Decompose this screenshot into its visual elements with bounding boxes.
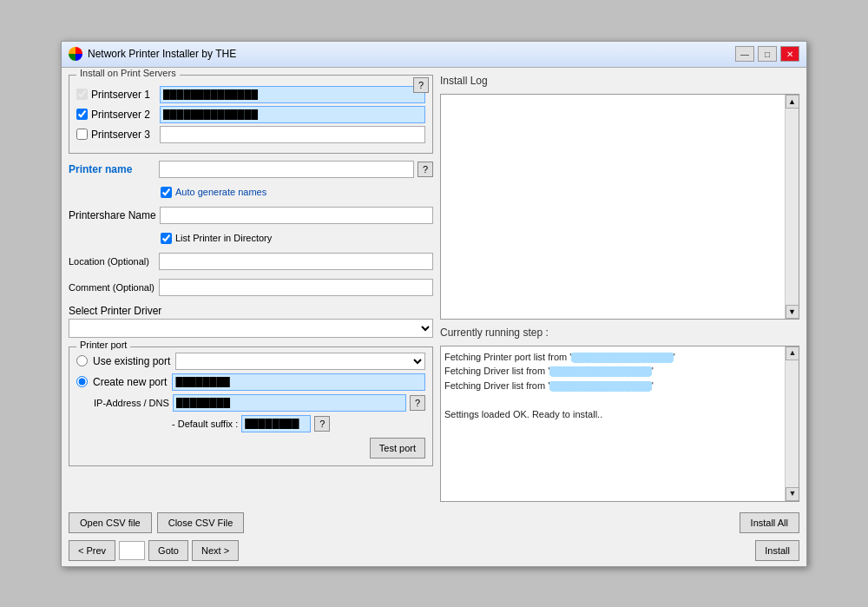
- driver-label: Select Printer Driver: [69, 305, 433, 317]
- test-port-button[interactable]: Test port: [370, 438, 425, 459]
- ip-input[interactable]: [173, 394, 406, 412]
- log-scroll-down[interactable]: ▼: [786, 305, 799, 319]
- use-existing-label: Use existing port: [93, 355, 170, 367]
- step-scroll-up[interactable]: ▲: [786, 346, 799, 360]
- goto-button[interactable]: Goto: [148, 540, 188, 561]
- left-panel: Install on Print Servers ? Printserver 1: [69, 75, 433, 502]
- suffix-prefix-label: - Default suffix :: [172, 419, 238, 429]
- server-row-2: Printserver 2: [76, 106, 425, 123]
- print-servers-help-button[interactable]: ?: [413, 77, 429, 93]
- content-area: Install on Print Servers ? Printserver 1: [62, 68, 806, 509]
- list-printer-label: List Printer in Directory: [175, 233, 272, 243]
- log-scroll-up[interactable]: ▲: [786, 95, 799, 109]
- step-log-area: Fetching Printer port list from '███████…: [440, 346, 799, 502]
- server1-checkbox: [76, 89, 88, 100]
- print-servers-group: Install on Print Servers ? Printserver 1: [69, 75, 433, 154]
- install-log-area: ▲ ▼: [440, 94, 799, 320]
- printer-name-help-button[interactable]: ?: [418, 162, 433, 177]
- port-group-label: Printer port: [76, 340, 130, 350]
- install-button[interactable]: Install: [755, 540, 799, 561]
- server2-label: Printserver 2: [76, 109, 155, 121]
- printershare-input[interactable]: [160, 207, 433, 224]
- ip-row: IP-Address / DNS ?: [94, 394, 425, 412]
- step-log-content: Fetching Printer port list from '███████…: [444, 350, 795, 422]
- goto-input[interactable]: [119, 541, 145, 560]
- step-line-5: Settings loaded OK. Ready to install..: [444, 407, 779, 422]
- new-port-input[interactable]: [172, 373, 425, 391]
- main-window: Network Printer Installer by THE — □ ✕ I…: [61, 41, 807, 567]
- create-new-row: Create new port: [76, 373, 425, 391]
- close-button[interactable]: ✕: [780, 46, 799, 62]
- window-title: Network Printer Installer by THE: [88, 48, 735, 60]
- server2-input[interactable]: [160, 106, 425, 123]
- window-controls: — □ ✕: [735, 46, 799, 62]
- currently-running-label: Currently running step :: [440, 325, 799, 340]
- use-existing-radio[interactable]: [76, 355, 88, 366]
- printershare-row: Printershare Name: [69, 207, 433, 224]
- server3-input[interactable]: [160, 126, 425, 143]
- server-row-3: Printserver 3: [76, 126, 425, 143]
- server3-checkbox[interactable]: [76, 129, 88, 140]
- prev-button[interactable]: < Prev: [69, 540, 115, 561]
- printer-name-row: Printer name ?: [69, 161, 433, 178]
- create-new-label: Create new port: [93, 376, 167, 388]
- step-log-scrollbar[interactable]: ▲ ▼: [785, 346, 799, 501]
- location-row: Location (Optional): [69, 253, 433, 270]
- existing-port-select[interactable]: [175, 353, 425, 370]
- comment-row: Comment (Optional): [69, 279, 433, 296]
- redacted-server1: ████████████████: [571, 353, 673, 362]
- maximize-button[interactable]: □: [758, 46, 777, 62]
- minimize-button[interactable]: —: [735, 46, 754, 62]
- redacted-server2: ████████████████: [549, 366, 651, 376]
- install-log-label: Install Log: [440, 75, 799, 87]
- port-group: Printer port Use existing port Create ne…: [69, 346, 433, 466]
- printer-name-label: Printer name: [69, 163, 155, 175]
- server-row-1: Printserver 1: [76, 86, 425, 103]
- server1-label: Printserver 1: [76, 89, 155, 101]
- step-scroll-track: [786, 360, 799, 487]
- redacted-server3: ████████████████: [549, 381, 651, 391]
- auto-generate-row: Auto generate names: [161, 187, 433, 198]
- step-line-2: Fetching Driver list from '█████████████…: [444, 364, 779, 379]
- close-csv-button[interactable]: Close CSV File: [157, 512, 245, 533]
- comment-input[interactable]: [159, 279, 433, 296]
- server2-checkbox[interactable]: [76, 109, 88, 120]
- driver-select[interactable]: [69, 319, 433, 338]
- step-scroll-down[interactable]: ▼: [786, 487, 799, 501]
- step-line-4: [444, 393, 779, 407]
- auto-generate-checkbox[interactable]: [161, 187, 172, 198]
- location-input[interactable]: [159, 253, 433, 270]
- titlebar: Network Printer Installer by THE — □ ✕: [62, 42, 806, 68]
- suffix-row: - Default suffix : ?: [172, 415, 425, 432]
- suffix-input[interactable]: [241, 415, 311, 432]
- auto-generate-label: Auto generate names: [175, 187, 266, 197]
- printer-name-input[interactable]: [159, 161, 414, 178]
- log-scroll-track: [786, 109, 799, 305]
- server3-label: Printserver 3: [76, 129, 155, 141]
- nav-row: < Prev Goto Next > Install: [62, 537, 806, 566]
- install-all-button[interactable]: Install All: [740, 512, 799, 533]
- list-printer-row: List Printer in Directory: [161, 233, 433, 244]
- comment-label: Comment (Optional): [69, 282, 155, 293]
- ip-label: IP-Address / DNS: [94, 398, 169, 408]
- use-existing-row: Use existing port: [76, 353, 425, 370]
- app-icon: [69, 47, 82, 61]
- print-servers-label: Install on Print Servers: [76, 68, 180, 78]
- ip-help-button[interactable]: ?: [410, 395, 425, 411]
- create-new-radio[interactable]: [76, 376, 88, 387]
- step-line-1: Fetching Printer port list from '███████…: [444, 350, 779, 365]
- location-label: Location (Optional): [69, 256, 155, 267]
- suffix-help-button[interactable]: ?: [314, 416, 330, 432]
- bottom-buttons-row1: Open CSV file Close CSV File Install All: [62, 509, 806, 537]
- driver-section: Select Printer Driver: [69, 305, 433, 338]
- server1-input[interactable]: [160, 86, 425, 103]
- list-printer-checkbox[interactable]: [161, 233, 172, 244]
- right-panel: Install Log ▲ ▼ Currently running step :…: [440, 75, 799, 502]
- printershare-label: Printershare Name: [69, 209, 156, 221]
- step-line-3: Fetching Driver list from '█████████████…: [444, 379, 779, 393]
- open-csv-button[interactable]: Open CSV file: [69, 512, 152, 533]
- install-log-scrollbar[interactable]: ▲ ▼: [785, 95, 799, 319]
- next-button[interactable]: Next >: [192, 540, 239, 561]
